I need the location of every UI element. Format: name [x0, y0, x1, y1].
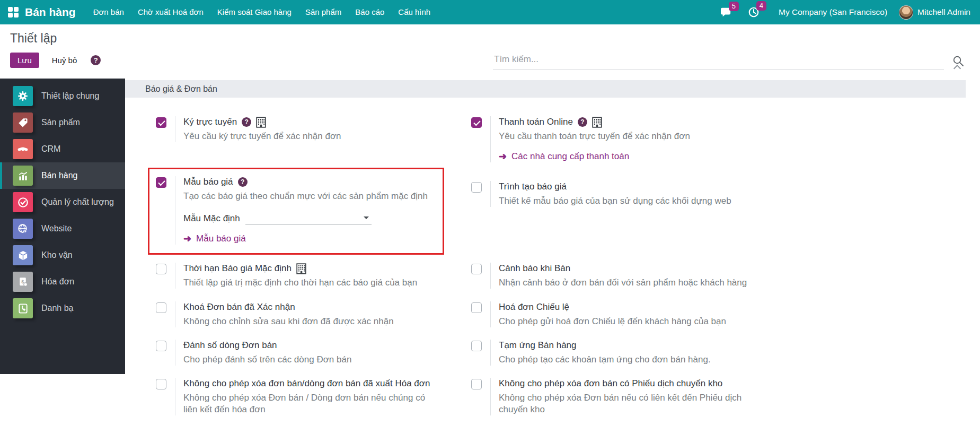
- setting-label: Khoá Đơn bán đã Xác nhận: [183, 301, 295, 313]
- help-icon[interactable]: ?: [578, 117, 587, 127]
- settings-grid: Ký trực tuyến ? Yêu cầu ký trực tuyến để…: [154, 98, 980, 415]
- setting-canh-bao-khi-ban: Cảnh báo khi Bán Nhận cảnh báo ở đơn bán…: [470, 263, 785, 301]
- setting-desc: Yêu cầu ký trực tuyến để xác nhận đơn: [183, 131, 438, 142]
- setting-khong-xoa-don-ban-phieu-kho: Không cho phép xóa đơn bán có Phiếu dịch…: [470, 378, 785, 415]
- default-template-select[interactable]: [245, 212, 372, 224]
- checkbox-thoi-han-bao-gia[interactable]: [156, 264, 166, 274]
- messages-badge: 5: [729, 2, 739, 11]
- handshake-icon: [13, 139, 33, 159]
- setting-label: Mẫu báo giá: [183, 176, 233, 188]
- top-navbar: Bán hàng Đơn bán Chờ xuất Hoá đơn Kiểm s…: [0, 0, 980, 24]
- search-input[interactable]: [493, 52, 944, 70]
- sidebar-item-label: CRM: [41, 144, 60, 154]
- checkbox-khong-xoa-don-ban-phieu-kho[interactable]: [471, 379, 482, 389]
- control-panel: Thiết lập Lưu Huỷ bỏ ?: [0, 24, 980, 79]
- setting-label: Thanh toán Online: [499, 116, 573, 128]
- setting-danh-so-dong: Đánh số dòng Đơn bán Cho phép đánh số tr…: [154, 340, 470, 378]
- sidebar-item-label: Website: [41, 224, 72, 233]
- sidebar-item-thiet-lap-chung[interactable]: Thiết lập chung: [0, 83, 125, 109]
- sidebar-item-label: Bán hàng: [41, 171, 78, 180]
- setting-khong-xoa-don-ban-hoa-don: Không cho phép xóa đơn bán/dòng đơn bán …: [154, 378, 470, 415]
- setting-trinh-tao-bao-gia: Trình tạo báo giá Thiết kế mẫu báo giá c…: [470, 168, 785, 263]
- checkbox-trinh-tao-bao-gia[interactable]: [471, 182, 482, 193]
- settings-sidebar: Thiết lập chung Sản phẩm CRM Bán hà: [0, 79, 125, 374]
- sidebar-item-san-pham[interactable]: Sản phẩm: [0, 109, 125, 136]
- checkbox-hoa-don-chieu-le[interactable]: [471, 302, 482, 313]
- gear-icon: [13, 86, 33, 106]
- messages-icon[interactable]: 5: [720, 7, 732, 18]
- checkbox-thanh-toan-online[interactable]: [471, 117, 482, 128]
- setting-desc: Cho phép tạo các khoản tạm ứng cho đơn b…: [499, 354, 753, 366]
- setting-label: Trình tạo báo giá: [499, 181, 567, 193]
- link-payment-providers[interactable]: ➜ Các nhà cung cấp thanh toán: [499, 151, 629, 162]
- activities-icon[interactable]: 4: [748, 6, 760, 18]
- setting-desc: Cho phép đánh số trên các dòng Đơn bán: [183, 354, 438, 366]
- checkbox-khoa-don-ban[interactable]: [156, 302, 166, 313]
- apps-menu-icon[interactable]: [8, 7, 19, 18]
- setting-desc: Không cho chỉnh sửa sau khi đơn đã được …: [183, 316, 438, 327]
- setting-label: Đánh số dòng Đơn bán: [183, 340, 277, 351]
- save-button[interactable]: Lưu: [10, 53, 39, 68]
- setting-khoa-don-ban: Khoá Đơn bán đã Xác nhận Không cho chỉnh…: [154, 301, 470, 340]
- help-icon[interactable]: ?: [91, 55, 101, 65]
- invoice-icon: $: [13, 272, 33, 292]
- arrow-right-icon: ➜: [499, 151, 507, 162]
- sidebar-item-label: Hóa đơn: [41, 277, 74, 287]
- setting-thanh-toan-online: Thanh toán Online ? Yêu cầu thanh toán t…: [470, 98, 785, 168]
- setting-desc: Thiết kế mẫu báo giá của bạn sử dụng các…: [499, 195, 753, 207]
- page-title: Thiết lập: [10, 31, 980, 46]
- checkbox-mau-bao-gia[interactable]: [156, 177, 166, 188]
- check-badge-icon: [13, 192, 33, 212]
- sidebar-item-hoa-don[interactable]: $ Hóa đơn: [0, 268, 125, 295]
- checkbox-canh-bao-khi-ban[interactable]: [471, 264, 482, 274]
- setting-desc: Nhận cảnh báo ở đơn bán đối với sản phẩm…: [499, 277, 753, 289]
- setting-label: Tạm ứng Bán hàng: [499, 340, 577, 351]
- setting-hoa-don-chieu-le: Hoá đơn Chiếu lệ Cho phép gửi hoá đơn Ch…: [470, 301, 785, 340]
- company-switcher[interactable]: My Company (San Francisco): [779, 7, 887, 17]
- contact-icon: [13, 298, 33, 318]
- checkbox-tam-ung-ban-hang[interactable]: [471, 341, 482, 351]
- sidebar-item-label: Thiết lập chung: [41, 91, 99, 101]
- user-menu[interactable]: Mitchell Admin: [917, 7, 970, 17]
- nav-item-don-ban[interactable]: Đơn bán: [86, 0, 131, 24]
- checkbox-ky-truc-tuyen[interactable]: [156, 117, 166, 128]
- help-icon[interactable]: ?: [238, 177, 248, 187]
- link-quotation-templates[interactable]: ➜ Mẫu báo giá: [183, 233, 246, 245]
- highlight-annotation-box: Mẫu báo giá ? Tạo các báo giá theo chuẩn…: [148, 168, 444, 255]
- search-bar: [493, 52, 964, 70]
- setting-label: Cảnh báo khi Bán: [499, 263, 570, 274]
- company-icon: [592, 117, 602, 128]
- sidebar-item-kho-van[interactable]: Kho vận: [0, 242, 125, 268]
- settings-content: Báo giá & Đơn bán Ký trực tuyến ? Yêu cầ…: [125, 79, 980, 442]
- nav-item-cau-hinh[interactable]: Cấu hình: [391, 0, 437, 24]
- setting-thoi-han-bao-gia: Thời hạn Báo giá Mặc định Thiết lập giá …: [154, 263, 470, 301]
- tag-icon: [13, 112, 33, 133]
- sidebar-item-ban-hang[interactable]: Bán hàng: [0, 162, 125, 189]
- setting-label: Không cho phép xóa đơn bán có Phiếu dịch…: [499, 378, 722, 389]
- nav-item-kiem-soat-giao-hang[interactable]: Kiểm soát Giao hàng: [210, 0, 298, 24]
- search-icon[interactable]: [952, 55, 964, 67]
- discard-button[interactable]: Huỷ bỏ: [47, 53, 83, 68]
- box-icon: [13, 245, 33, 265]
- setting-desc: Thiết lập giá trị mặc định cho thời hạn …: [183, 277, 438, 289]
- sidebar-item-website[interactable]: Website: [0, 215, 125, 242]
- setting-desc: Không cho phép xóa Đơn bán / Dòng đơn bá…: [183, 392, 438, 415]
- nav-item-cho-xuat-hoa-don[interactable]: Chờ xuất Hoá đơn: [131, 0, 210, 24]
- setting-mau-bao-gia-cell: Mẫu báo giá ? Tạo các báo giá theo chuẩn…: [154, 168, 470, 263]
- checkbox-danh-so-dong[interactable]: [156, 341, 166, 351]
- setting-desc: Tạo các báo giá theo chuẩn mực với các s…: [183, 190, 438, 202]
- help-icon[interactable]: ?: [242, 117, 251, 127]
- setting-desc: Không cho phép xóa Đơn bán nếu có liên k…: [499, 392, 753, 415]
- sidebar-item-label: Danh bạ: [41, 304, 74, 313]
- nav-item-bao-cao[interactable]: Báo cáo: [348, 0, 391, 24]
- sidebar-item-crm[interactable]: CRM: [0, 136, 125, 162]
- avatar[interactable]: [899, 5, 913, 20]
- setting-desc: Yêu cầu thanh toán trực tuyến để xác nhậ…: [499, 131, 753, 142]
- nav-item-san-pham[interactable]: Sản phẩm: [298, 0, 348, 24]
- app-name[interactable]: Bán hàng: [25, 6, 76, 19]
- sidebar-item-danh-ba[interactable]: Danh bạ: [0, 295, 125, 322]
- setting-label: Hoá đơn Chiếu lệ: [499, 301, 569, 313]
- sidebar-item-quan-ly-chat-luong[interactable]: Quản lý chất lượng: [0, 189, 125, 215]
- sidebar-item-label: Kho vận: [41, 250, 73, 260]
- checkbox-khong-xoa-don-ban-hoa-don[interactable]: [156, 379, 166, 389]
